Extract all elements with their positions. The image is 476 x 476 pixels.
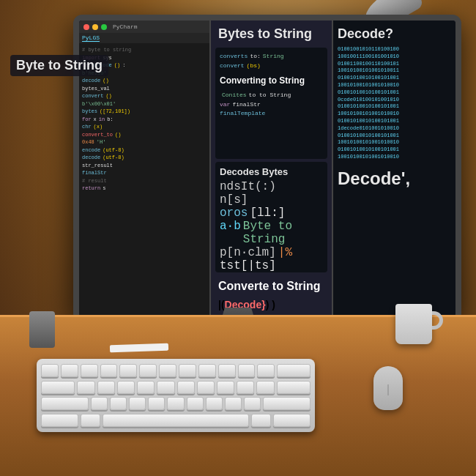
- key[interactable]: [81, 364, 98, 377]
- code-line: converts to: String: [220, 52, 323, 62]
- key[interactable]: [256, 381, 274, 394]
- code-line: finalTemplate: [220, 109, 323, 119]
- key[interactable]: [187, 397, 204, 410]
- key[interactable]: [110, 397, 127, 410]
- code-line: 0x48 'H': [82, 138, 207, 146]
- code-line: decode(): [82, 77, 207, 85]
- keyboard-row-3: [41, 397, 310, 412]
- code-line: ·||| Convert to String: [220, 272, 323, 273]
- code-line: oros [ll:]: [220, 207, 323, 220]
- key[interactable]: [129, 397, 146, 410]
- code-line: # result: [82, 177, 207, 185]
- key-ctrl-r[interactable]: [273, 414, 310, 427]
- code-line: tst[|ts]: [220, 259, 323, 272]
- key-space[interactable]: [103, 414, 249, 427]
- keyboard-row-1: [41, 363, 310, 378]
- code-line: a·b Byte to String: [220, 220, 323, 246]
- key[interactable]: [119, 364, 137, 377]
- code-line: for x in b:: [82, 116, 207, 124]
- key[interactable]: [77, 381, 94, 394]
- keyboard-row-2: [41, 380, 310, 395]
- key[interactable]: [206, 397, 223, 410]
- code-line: finalStr: [82, 169, 207, 177]
- key[interactable]: [137, 381, 155, 394]
- code-line: convert_to(): [82, 131, 207, 139]
- monitor: PyCharm PyLGS # byte to string import sy…: [73, 15, 461, 322]
- key-shift[interactable]: [263, 397, 310, 410]
- code-line: ndsIt(:): [220, 180, 323, 193]
- convert-to-string-label: Converte to String: [211, 275, 332, 297]
- key[interactable]: [257, 364, 275, 377]
- key[interactable]: [237, 381, 254, 394]
- keyboard-row-4: [41, 413, 310, 428]
- key-alt[interactable]: [81, 414, 100, 427]
- key-alt-r[interactable]: [251, 414, 271, 427]
- middle-panel-title: Bytes to String: [211, 21, 332, 45]
- code-line: bytes_val: [82, 85, 207, 93]
- key[interactable]: [167, 397, 184, 410]
- code-line: return s: [82, 185, 207, 193]
- key[interactable]: [148, 397, 165, 410]
- key[interactable]: [197, 381, 215, 394]
- ide-tab-active[interactable]: PyLGS: [82, 34, 100, 42]
- right-panel: Decode? 01001001010110100100 10010011100…: [333, 21, 455, 316]
- maximize-icon[interactable]: [101, 24, 107, 30]
- key-tab[interactable]: [41, 381, 75, 394]
- sub-panel-decode: Decodes Bytes ndsIt(:) n[s] oros [ll:] a…: [215, 162, 327, 273]
- code-line: b'\x00\x01': [82, 100, 207, 108]
- key[interactable]: [100, 364, 118, 377]
- key[interactable]: [117, 381, 135, 394]
- key[interactable]: [159, 364, 176, 377]
- key-ctrl[interactable]: [41, 414, 78, 427]
- code-line: n[s]: [220, 193, 323, 207]
- ide-tabs: PyLGS: [79, 33, 209, 43]
- code-line: # byte to string: [82, 46, 207, 54]
- key-caps[interactable]: [41, 397, 89, 410]
- key[interactable]: [97, 381, 115, 394]
- binary-display: 01001001010110100100 1001001110010100101…: [338, 46, 451, 161]
- code-line: decode(utf-8): [82, 154, 207, 162]
- code-line: convert(): [82, 92, 207, 100]
- key-enter[interactable]: [277, 381, 310, 394]
- key[interactable]: [139, 364, 157, 377]
- mouse-scroll-wheel: [388, 384, 389, 395]
- keyboard[interactable]: [37, 359, 315, 432]
- key[interactable]: [217, 381, 234, 394]
- key[interactable]: [179, 364, 196, 377]
- key[interactable]: [41, 364, 59, 377]
- code-line: convert(bs): [220, 62, 323, 71]
- mouse[interactable]: [373, 366, 403, 410]
- code-line: bytes([72,101]): [82, 108, 207, 116]
- key[interactable]: [218, 364, 236, 377]
- code-line: str_result: [82, 162, 207, 170]
- code-line: p[n·clm]|%: [220, 246, 323, 259]
- pencil-holder: [29, 311, 55, 348]
- close-icon[interactable]: [83, 24, 89, 30]
- key[interactable]: [198, 364, 216, 377]
- monitor-screen: PyCharm PyLGS # byte to string import sy…: [79, 21, 455, 316]
- minimize-icon[interactable]: [92, 24, 98, 30]
- key[interactable]: [61, 364, 78, 377]
- key[interactable]: [225, 397, 242, 410]
- key[interactable]: [157, 381, 174, 394]
- right-panel-title: Decode?: [338, 26, 451, 42]
- decode-big-label: Decode',: [338, 168, 451, 189]
- ide-title: PyCharm: [113, 23, 138, 30]
- code-line: var finalStr: [220, 100, 323, 110]
- code-line: encode(utf-8): [82, 146, 207, 155]
- key-backspace[interactable]: [277, 364, 310, 377]
- ide-titlebar: PyCharm: [79, 21, 209, 33]
- middle-panel: Bytes to String converts to: String conv…: [211, 21, 333, 316]
- sub-panel-title: Decodes Bytes: [220, 166, 323, 177]
- code-block-top: converts to: String convert(bs) Converti…: [215, 48, 327, 159]
- key[interactable]: [177, 381, 195, 394]
- key[interactable]: [244, 397, 261, 410]
- code-line: chr(x): [82, 123, 207, 131]
- key[interactable]: [91, 397, 108, 410]
- coffee-mug: [395, 304, 432, 344]
- key[interactable]: [238, 364, 256, 377]
- code-line: Conites to to String: [220, 91, 323, 100]
- converting-label: Converting to String: [220, 72, 323, 89]
- overlay-title: Byte to String: [10, 55, 108, 76]
